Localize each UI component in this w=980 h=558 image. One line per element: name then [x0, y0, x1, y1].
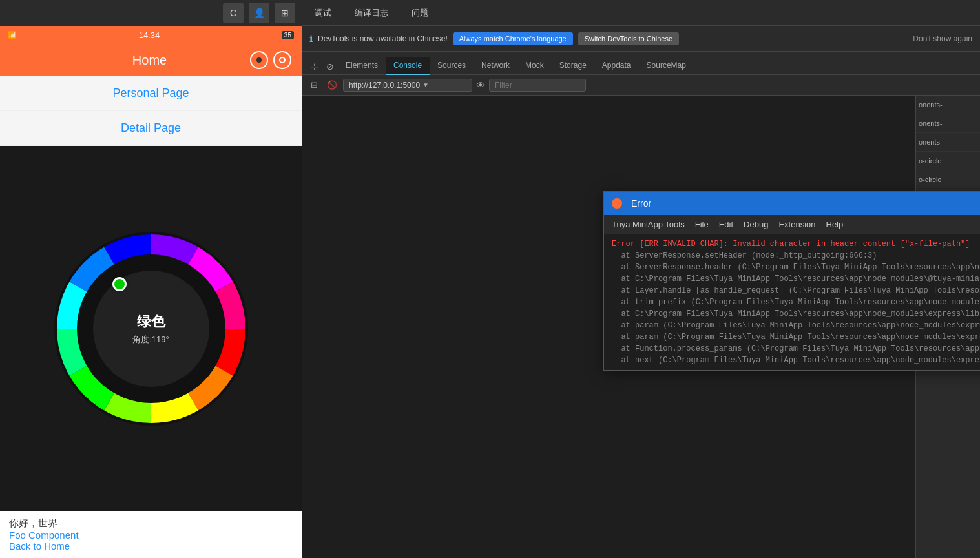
right-panel: 调试 编译日志 问题 ℹ DevTools is now available i… — [302, 0, 980, 558]
devtools-toolbar: ⊟ 🚫 http://127.0.0.1:5000 ▼ 👁 — [302, 75, 980, 96]
filter-input[interactable] — [489, 79, 586, 92]
app-header: Home — [0, 44, 302, 76]
sidebar-toggle-btn[interactable]: ⊟ — [307, 78, 321, 92]
header-icons — [250, 51, 291, 69]
notif-text: DevTools is now available in Chinese! — [318, 34, 448, 43]
stack-line-3: at C:\Program Files\Tuya MiniApp Tools\r… — [612, 273, 980, 285]
sidebar-item-1[interactable]: onents- — [916, 96, 980, 114]
hello-world-text: 你好，世界 — [9, 517, 293, 530]
sidebar-item-4[interactable]: o-circle — [916, 152, 980, 170]
clear-btn[interactable]: 🚫 — [325, 78, 339, 92]
error-dialog-menubar: Tuya MiniApp Tools File Edit Debug Exten… — [604, 215, 980, 234]
angle-label: 角度:119° — [132, 334, 169, 346]
back-home-link[interactable]: Back to Home — [9, 541, 293, 552]
top-icon-bar: C 👤 ⊞ — [0, 0, 302, 26]
stack-line-8: at param (C:\Program Files\Tuya MiniApp … — [612, 331, 980, 343]
icon-c[interactable]: C — [223, 3, 244, 23]
personal-page-nav[interactable]: Personal Page — [0, 76, 302, 111]
stack-line-5: at trim_prefix (C:\Program Files\Tuya Mi… — [612, 296, 980, 308]
ring-btn[interactable] — [273, 51, 291, 69]
error-dialog-titlebar: Error − □ ✕ — [604, 192, 980, 215]
menu-edit[interactable]: Edit — [719, 220, 733, 229]
color-name-label: 绿色 — [137, 312, 165, 331]
tab-elements[interactable]: Elements — [338, 57, 386, 75]
color-wheel-area: 绿色 角度:119° — [0, 146, 302, 511]
menu-issues[interactable]: 问题 — [406, 5, 433, 21]
tab-sourcemap[interactable]: SourceMap — [639, 57, 694, 75]
error-line-0: Error [ERR_INVALID_CHAR]: Invalid charac… — [612, 238, 980, 250]
tab-console[interactable]: Console — [386, 57, 430, 75]
menu-file[interactable]: File — [695, 220, 709, 229]
tab-appdata[interactable]: Appdata — [594, 57, 639, 75]
icon-grid[interactable]: ⊞ — [275, 3, 295, 23]
stack-line-7: at param (C:\Program Files\Tuya MiniApp … — [612, 320, 980, 331]
devtools-tabs: ⊹ ⊘ Elements Console Sources Network Moc… — [302, 52, 980, 75]
app-title: Home — [132, 53, 167, 68]
eye-icon[interactable]: 👁 — [476, 80, 485, 90]
stack-line-6: at C:\Program Files\Tuya MiniApp Tools\r… — [612, 308, 980, 320]
stack-line-2: at ServerResponse.header (C:\Program Fil… — [612, 262, 980, 273]
error-dialog-title: Error — [631, 198, 980, 209]
tab-mock[interactable]: Mock — [517, 57, 552, 75]
menu-extension[interactable]: Extension — [778, 220, 815, 229]
sidebar-item-2[interactable]: onents- — [916, 114, 980, 133]
devtools-notification: ℹ DevTools is now available in Chinese! … — [302, 26, 980, 52]
sidebar-item-3[interactable]: onents- — [916, 133, 980, 152]
devtools-topbar: 调试 编译日志 问题 — [302, 0, 980, 26]
record-btn[interactable] — [250, 51, 268, 69]
menu-tuya[interactable]: Tuya MiniApp Tools — [612, 220, 685, 229]
url-bar: http://127.0.0.1:5000 ▼ — [343, 79, 472, 92]
switch-chinese-btn[interactable]: Switch DevTools to Chinese — [578, 32, 679, 45]
icon-user[interactable]: 👤 — [249, 3, 269, 23]
url-dropdown-icon[interactable]: ▼ — [422, 81, 429, 88]
menu-debug2[interactable]: Debug — [744, 220, 768, 229]
battery-badge: 35 — [282, 31, 294, 39]
status-time: 14:34 — [139, 30, 160, 40]
dismiss-btn[interactable]: Don't show again — [913, 34, 972, 43]
stack-line-4: at Layer.handle [as handle_request] (C:\… — [612, 285, 980, 296]
status-bar: 📶 14:34 35 — [0, 26, 302, 44]
stack-line-10: at next (C:\Program Files\Tuya MiniApp T… — [612, 355, 980, 366]
inspect-icon[interactable]: ⊹ — [307, 59, 322, 74]
bottom-text-area: 你好，世界 Foo Component Back to Home — [0, 511, 302, 558]
menu-debug[interactable]: 调试 — [309, 5, 337, 21]
notif-icon: ℹ — [309, 34, 313, 44]
url-text: http://127.0.0.1:5000 — [349, 81, 420, 90]
error-dialog: Error − □ ✕ Tuya MiniApp Tools File Edit… — [603, 191, 980, 371]
menu-help[interactable]: Help — [826, 220, 844, 229]
sidebar-item-5[interactable]: o-circle — [916, 170, 980, 189]
stack-line-1: at ServerResponse.setHeader (node:_http_… — [612, 250, 980, 262]
tuya-logo-icon — [612, 198, 622, 209]
color-indicator — [112, 277, 127, 291]
devtools-main: onents- onents- onents- o-circle o-circl… — [302, 96, 980, 558]
left-panel: C 👤 ⊞ 📶 14:34 35 Home Personal Page — [0, 0, 302, 558]
ban-icon[interactable]: ⊘ — [322, 59, 338, 74]
color-wheel-container[interactable]: 绿色 角度:119° — [54, 232, 248, 426]
error-console-content: Error [ERR_INVALID_CHAR]: Invalid charac… — [604, 234, 980, 370]
stack-line-9: at Function.process_params (C:\Program F… — [612, 343, 980, 355]
foo-component-link[interactable]: Foo Component — [9, 530, 293, 541]
tab-network[interactable]: Network — [474, 57, 517, 75]
detail-page-nav[interactable]: Detail Page — [0, 111, 302, 146]
menu-compile-log[interactable]: 编译日志 — [349, 5, 393, 21]
match-language-btn[interactable]: Always match Chrome's language — [453, 32, 573, 45]
tab-sources[interactable]: Sources — [430, 57, 474, 75]
color-wheel-center: 绿色 角度:119° — [106, 284, 196, 374]
tab-storage[interactable]: Storage — [552, 57, 594, 75]
phone-frame: 📶 14:34 35 Home Personal Page Detail Pag… — [0, 26, 302, 558]
wifi-icon: 📶 — [8, 31, 17, 39]
